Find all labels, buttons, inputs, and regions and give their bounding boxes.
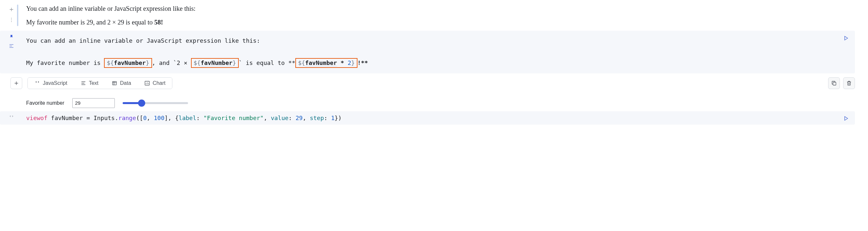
viewof-source-cell[interactable]: viewof favNumber = Inputs.range([0, 100]… [0,111,855,125]
md-line-2: My favorite number is 29, and 2 × 29 is … [26,17,855,28]
cell-toolbar: JavaScript Text Data Chart [10,77,855,89]
type-javascript-button[interactable]: JavaScript [28,78,74,89]
input-output-cell: Favorite number [0,98,855,108]
add-cell-button[interactable] [10,77,22,89]
slider-thumb[interactable] [138,100,145,107]
cell-gutter [0,31,23,73]
source-content[interactable]: viewof favNumber = Inputs.range([0, 100]… [26,115,849,121]
svg-point-2 [11,21,12,22]
input-range-slider[interactable] [123,101,188,105]
editor-blank-line [26,46,849,57]
type-javascript-label: JavaScript [43,80,67,86]
cell-menu-button[interactable] [7,16,16,24]
inputs-range-widget: Favorite number [26,98,855,108]
type-chart-button[interactable]: Chart [138,78,172,89]
type-text-label: Text [89,80,98,86]
type-data-button[interactable]: Data [105,78,138,89]
highlight-box-1: ${favNumber} [104,58,152,68]
run-cell-button[interactable] [841,34,850,43]
run-cell-button[interactable] [841,115,850,124]
markdown-editor-cell[interactable]: You can add an inline variable or JavaSc… [0,31,855,73]
highlight-box-2: ${favNumber} [191,58,239,68]
code-icon[interactable] [7,113,16,122]
markdown-output-cell: You can add an inline variable or JavaSc… [0,3,855,28]
svg-point-1 [11,20,12,20]
add-cell-above-button[interactable] [7,5,16,14]
toolbar-right [828,77,855,89]
cell-bar[interactable] [17,5,18,26]
type-chart-label: Chart [153,80,165,86]
delete-button[interactable] [843,77,855,89]
md-result: 58! [154,18,163,26]
input-number-field[interactable] [72,98,115,108]
svg-point-0 [11,18,12,18]
editor-line-1: You can add an inline variable or JavaSc… [26,35,849,46]
svg-rect-3 [113,81,117,85]
type-data-label: Data [120,80,131,86]
input-label: Favorite number [26,100,64,106]
editor-content[interactable]: You can add an inline variable or JavaSc… [26,35,849,69]
duplicate-button[interactable] [828,77,840,89]
type-text-button[interactable]: Text [74,78,105,89]
markdown-output: You can add an inline variable or JavaSc… [26,3,855,28]
editor-line-2: My favorite number is ${favNumber}, and … [26,57,849,69]
format-icon[interactable] [7,42,16,50]
cell-type-group: JavaScript Text Data Chart [28,77,173,89]
svg-rect-5 [833,82,836,85]
cell-gutter [0,111,23,125]
pin-icon[interactable] [7,33,16,41]
highlight-box-3: ${favNumber * 2} [295,58,357,68]
cell-gutter [0,3,23,28]
md-line-1: You can add an inline variable or JavaSc… [26,3,855,14]
